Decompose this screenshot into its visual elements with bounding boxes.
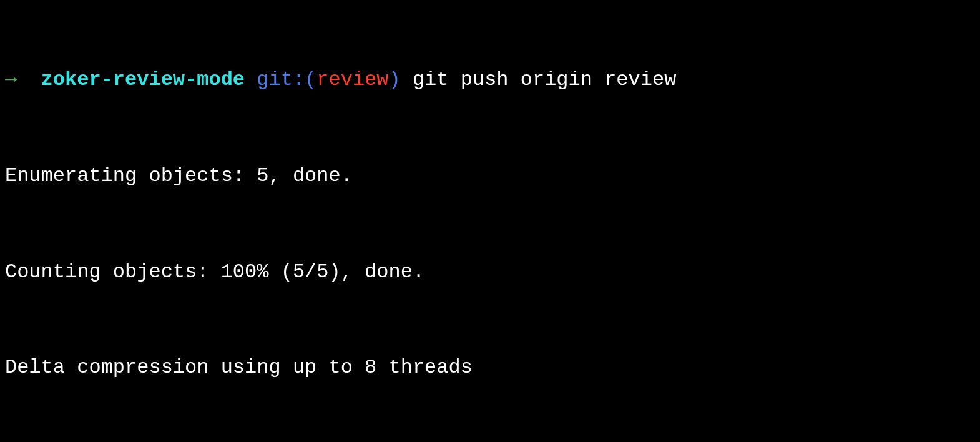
prompt-dir: zoker-review-mode (41, 68, 245, 91)
terminal-output[interactable]: → zoker-review-mode git:(review) git pus… (0, 0, 980, 442)
git-suffix: ) (389, 68, 401, 91)
prompt-arrow-icon: → (5, 68, 17, 91)
typed-command: git push origin review (413, 68, 676, 91)
git-branch: review (316, 68, 388, 91)
prompt-line: → zoker-review-mode git:(review) git pus… (5, 64, 975, 96)
git-prefix: git:( (257, 68, 316, 91)
out-delta: Delta compression using up to 8 threads (5, 351, 975, 383)
out-enumerating: Enumerating objects: 5, done. (5, 160, 975, 192)
out-counting: Counting objects: 100% (5/5), done. (5, 256, 975, 288)
